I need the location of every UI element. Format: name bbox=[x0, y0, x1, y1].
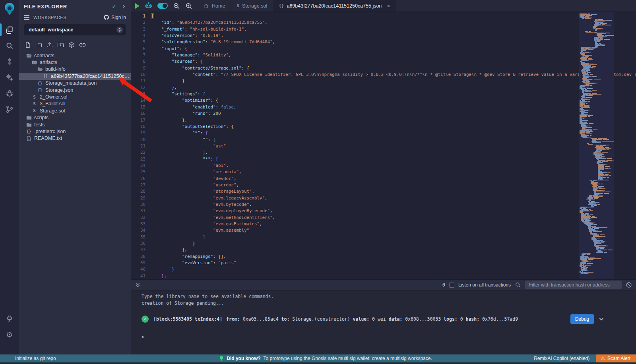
tab-home[interactable]: Home bbox=[198, 0, 231, 12]
rail-deploy-run-icon[interactable] bbox=[0, 70, 19, 85]
zoom-in-icon[interactable] bbox=[185, 2, 192, 10]
run-script-icon[interactable] bbox=[135, 3, 140, 9]
close-tab-icon[interactable]: × bbox=[387, 3, 390, 9]
code-line[interactable]: 7 "language": "Solidity", bbox=[131, 52, 636, 58]
code-line[interactable]: 28 "storageLayout", bbox=[131, 188, 636, 195]
code-line[interactable]: 5 "solcLongVersion": "0.8.19+commit.7dd6… bbox=[131, 39, 636, 45]
code-line[interactable]: 1{ bbox=[131, 13, 636, 19]
debug-button[interactable]: Debug bbox=[570, 314, 594, 324]
tree-item-readme-txt[interactable]: README.txt bbox=[19, 135, 131, 142]
rail-solidity-compiler-icon[interactable] bbox=[0, 54, 19, 70]
import-box-icon[interactable] bbox=[68, 42, 75, 48]
upload-file-icon[interactable] bbox=[47, 42, 53, 48]
code-line[interactable]: 8 "sources": { bbox=[131, 58, 636, 65]
code-line[interactable]: 18 "outputSelection": { bbox=[131, 124, 636, 130]
tree-item-storage-sol[interactable]: SStorage.sol bbox=[19, 107, 131, 114]
tree-item-storage-json[interactable]: {}Storage.json bbox=[19, 87, 131, 93]
zoom-out-icon[interactable] bbox=[173, 2, 180, 10]
link-icon[interactable] bbox=[79, 42, 86, 48]
minimap[interactable] bbox=[579, 12, 614, 279]
copilot-toggle[interactable] bbox=[157, 3, 168, 9]
remix-logo-icon[interactable] bbox=[3, 3, 16, 16]
tree-item--prettierrc-json[interactable]: {}.prettierrc.json bbox=[19, 128, 131, 135]
git-init-status[interactable]: Initialize as git repo bbox=[0, 356, 219, 361]
code-line[interactable]: 41 }, bbox=[131, 273, 636, 279]
code-line[interactable]: 39 "evmVersion": "paris" bbox=[131, 260, 636, 266]
clear-console-icon[interactable] bbox=[626, 282, 632, 288]
panel-expand-icon[interactable] bbox=[121, 4, 126, 9]
code-line[interactable]: 32 "evm.methodIdentifiers", bbox=[131, 215, 636, 221]
code-line[interactable]: 16 "runs": 200 bbox=[131, 110, 636, 117]
code-line[interactable]: 22 ], bbox=[131, 149, 636, 156]
code-line[interactable]: 35 ] bbox=[131, 234, 636, 240]
code-line[interactable]: 9 "contracts/Storage.sol": { bbox=[131, 65, 636, 72]
code-line[interactable]: 11 } bbox=[131, 78, 636, 84]
transaction-log-row[interactable]: ✓ [block:5583405 txIndex:4]from: 0xa03..… bbox=[142, 314, 636, 324]
new-folder-icon[interactable] bbox=[35, 42, 42, 48]
code-line[interactable]: 34 "evm.assembly" bbox=[131, 227, 636, 234]
tree-item-storage-metadata-json[interactable]: {}Storage_metadata.json bbox=[19, 80, 131, 87]
workspace-sort-icon[interactable] bbox=[116, 27, 123, 33]
code-line[interactable]: 37 }, bbox=[131, 247, 636, 253]
code-line[interactable]: 13 "settings": { bbox=[131, 91, 636, 97]
code-line[interactable]: 29 "evm.legacyAssembly", bbox=[131, 195, 636, 201]
code-line[interactable]: 23 "*": [ bbox=[131, 156, 636, 163]
code-line[interactable]: 19 "*": { bbox=[131, 130, 636, 136]
tree-item-artifacts[interactable]: artifacts bbox=[19, 59, 131, 66]
rail-search-icon[interactable] bbox=[0, 38, 19, 54]
code-line[interactable]: 3 "_format": "hh-sol-build-info-1", bbox=[131, 26, 636, 33]
tab-storage-sol[interactable]: SStorage.sol bbox=[231, 0, 273, 12]
code-line[interactable]: 25 "metadata", bbox=[131, 169, 636, 175]
tab-a69b43f277ba20fcac141151250ca755-json[interactable]: {}a69b43f277ba20fcac141151250ca755.json× bbox=[273, 0, 396, 12]
rail-git-icon[interactable] bbox=[0, 101, 19, 117]
code-line[interactable]: 38 "remappings": [], bbox=[131, 254, 636, 260]
code-line[interactable]: 33 "evm.gasEstimates", bbox=[131, 221, 636, 227]
code-line[interactable]: 12 }, bbox=[131, 85, 636, 91]
code-line[interactable]: 21 "ast" bbox=[131, 143, 636, 149]
listen-all-checkbox[interactable] bbox=[449, 283, 454, 288]
line-text: "storageLayout", bbox=[151, 188, 254, 195]
tree-item-3-ballot-sol[interactable]: S3_Ballot.sol bbox=[19, 101, 131, 107]
code-line[interactable]: 17 }, bbox=[131, 117, 636, 124]
code-line[interactable]: 15 "enabled": false, bbox=[131, 104, 636, 110]
terminal-collapse-icon[interactable] bbox=[135, 283, 140, 288]
tree-item-a69b43f277ba20fcac141151250ca7-[interactable]: {}a69b43f277ba20fcac141151250ca7... bbox=[19, 73, 131, 79]
code-line[interactable]: 27 "userdoc", bbox=[131, 182, 636, 188]
tree-item-contracts[interactable]: contracts bbox=[19, 52, 131, 59]
workspaces-menu-icon[interactable] bbox=[24, 15, 29, 20]
code-line[interactable]: 4 "solcVersion": "0.8.19", bbox=[131, 33, 636, 39]
code-line[interactable]: 31 "evm.deployedBytecode", bbox=[131, 208, 636, 214]
code-line[interactable]: 10 "content": "// SPDX-License-Identifie… bbox=[131, 72, 636, 78]
tree-item-build-info[interactable]: build-info bbox=[19, 66, 131, 73]
tree-item-scripts[interactable]: scripts bbox=[19, 114, 131, 121]
code-line[interactable]: 6 "input": { bbox=[131, 46, 636, 52]
tx-expand-icon[interactable] bbox=[599, 316, 604, 322]
code-line[interactable]: 26 "devdoc", bbox=[131, 176, 636, 182]
rail-file-explorer-icon[interactable] bbox=[0, 22, 19, 38]
terminal-prompt[interactable]: > bbox=[142, 334, 636, 340]
listen-all-label[interactable]: Listen on all transactions bbox=[458, 282, 511, 288]
tree-item-tests[interactable]: tests bbox=[19, 121, 131, 128]
code-line[interactable]: 14 "optimizer": { bbox=[131, 97, 636, 104]
workspace-select[interactable]: default_workspace bbox=[24, 24, 126, 35]
tx-filter-input[interactable] bbox=[525, 281, 622, 289]
upload-folder-icon[interactable] bbox=[57, 42, 64, 48]
rail-settings-gear-icon[interactable]: ⚙ bbox=[0, 327, 19, 343]
code-line[interactable]: 30 "evm.bytecode", bbox=[131, 201, 636, 208]
ai-copilot-robot-icon[interactable] bbox=[145, 2, 152, 10]
copilot-status[interactable]: RemixAI Copilot (enabled) bbox=[534, 356, 589, 361]
code-editor[interactable]: 1{2 "id": "a69b43f277ba20fcac141151250ca… bbox=[131, 12, 636, 279]
code-line[interactable]: 20 "": [ bbox=[131, 137, 636, 143]
code-line[interactable]: 40 } bbox=[131, 266, 636, 273]
rail-debugger-icon[interactable] bbox=[0, 85, 19, 101]
code-line[interactable]: 24 "abi", bbox=[131, 163, 636, 169]
rail-plugin-manager-icon[interactable] bbox=[0, 311, 19, 327]
new-file-icon[interactable] bbox=[25, 42, 31, 48]
tree-item-2-owner-sol[interactable]: S2_Owner.sol bbox=[19, 93, 131, 100]
github-sign-in[interactable]: Sign in bbox=[103, 14, 126, 20]
code-line[interactable]: 36 } bbox=[131, 240, 636, 247]
code-line[interactable]: 2 "id": "a69b43f277ba20fcac141151250ca75… bbox=[131, 19, 636, 26]
terminal[interactable]: Type the library name to see available c… bbox=[131, 290, 636, 354]
terminal-search-icon[interactable] bbox=[515, 282, 521, 288]
scam-alert-badge[interactable]: ⚠ Scam Alert bbox=[596, 354, 636, 362]
